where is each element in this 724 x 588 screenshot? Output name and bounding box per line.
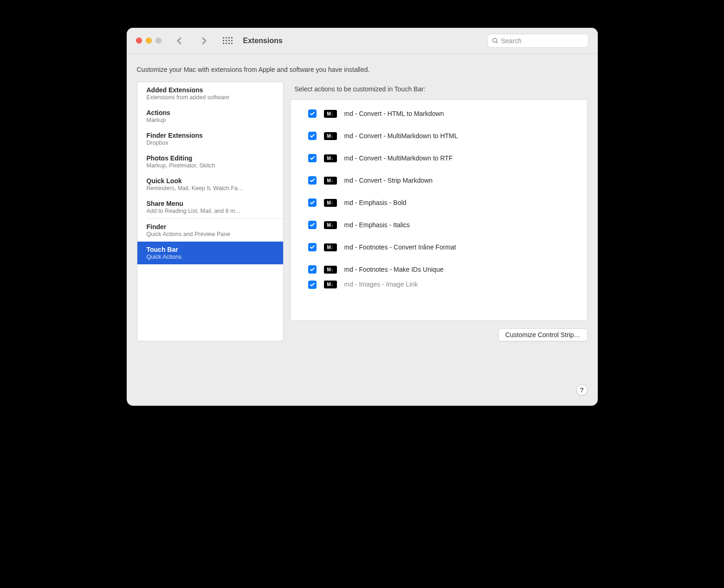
action-row[interactable]: M↓md - Emphasis - Bold [291, 192, 587, 214]
show-all-button[interactable] [223, 37, 233, 45]
sidebar-item-subtitle: Reminders, Mail, Keep It, Watch Fa… [147, 185, 274, 192]
sidebar-item-title: Touch Bar [147, 246, 274, 253]
checkbox[interactable] [308, 281, 317, 289]
sidebar-item-subtitle: Add to Reading List, Mail, and 8 m… [147, 208, 274, 214]
markdown-icon: M↓ [324, 243, 337, 251]
sidebar-item-title: Finder [147, 223, 274, 230]
sidebar-item-actions[interactable]: Actions Markup [137, 105, 283, 128]
sidebar-item-subtitle: Quick Actions [147, 254, 274, 260]
search-icon [491, 37, 498, 44]
sidebar-item-title: Photos Editing [147, 154, 274, 162]
checkbox[interactable] [308, 176, 317, 185]
action-label: md - Convert - MultiMarkdown to RTF [344, 154, 453, 162]
markdown-icon: M↓ [324, 110, 337, 118]
search-input[interactable] [501, 37, 584, 45]
sidebar-item-finder[interactable]: Finder Quick Actions and Preview Pane [137, 219, 283, 242]
checkbox[interactable] [308, 109, 317, 118]
nav-arrows [174, 35, 210, 46]
action-row[interactable]: M↓md - Convert - HTML to Markdown [291, 102, 587, 125]
sidebar-item-added-extensions[interactable]: Added Extensions Extensions from added s… [137, 82, 283, 105]
sidebar-item-subtitle: Quick Actions and Preview Pane [147, 231, 274, 237]
body: Added Extensions Extensions from added s… [127, 82, 598, 402]
sidebar-item-title: Quick Look [147, 177, 274, 185]
checkbox[interactable] [308, 221, 317, 229]
sidebar-item-finder-extensions[interactable]: Finder Extensions Dropbox [137, 128, 283, 150]
sidebar-item-title: Finder Extensions [147, 132, 274, 139]
sidebar-item-quick-look[interactable]: Quick Look Reminders, Mail, Keep It, Wat… [137, 173, 283, 196]
markdown-icon: M↓ [324, 266, 337, 274]
svg-point-0 [492, 38, 497, 43]
titlebar: Extensions [127, 28, 598, 54]
sidebar-item-photos-editing[interactable]: Photos Editing Markup, Pixelmator, Skitc… [137, 150, 283, 173]
markdown-icon: M↓ [324, 221, 337, 229]
sidebar-item-title: Added Extensions [147, 86, 274, 94]
minimize-button[interactable] [146, 38, 152, 44]
help-button[interactable]: ? [576, 384, 588, 396]
action-label: md - Convert - Strip Markdown [344, 177, 433, 184]
markdown-icon: M↓ [324, 154, 337, 162]
action-row[interactable]: M↓md - Convert - Strip Markdown [291, 169, 587, 192]
action-label: md - Convert - HTML to Markdown [344, 110, 444, 117]
search-wrap [487, 34, 588, 48]
action-label: md - Footnotes - Make IDs Unique [344, 266, 444, 273]
sidebar-item-subtitle: Extensions from added software [147, 94, 274, 101]
action-row[interactable]: M↓md - Footnotes - Convert Inline Format [291, 236, 587, 258]
footer-row: Customize Control Strip… [290, 328, 588, 341]
action-row[interactable]: M↓md - Footnotes - Make IDs Unique [291, 258, 587, 281]
customize-control-strip-button[interactable]: Customize Control Strip… [498, 328, 588, 341]
action-label: md - Emphasis - Bold [344, 199, 407, 206]
markdown-icon: M↓ [324, 132, 337, 140]
action-label: md - Convert - MultiMarkdown to HTML [344, 132, 458, 140]
checkbox[interactable] [308, 265, 317, 274]
actions-list[interactable]: M↓md - Convert - HTML to MarkdownM↓md - … [290, 99, 588, 321]
sidebar-item-title: Actions [147, 109, 274, 116]
intro-text: Customize your Mac with extensions from … [127, 54, 598, 82]
action-row[interactable]: M↓md - Emphasis - Italics [291, 214, 587, 236]
window-title: Extensions [243, 37, 283, 45]
close-button[interactable] [136, 38, 142, 44]
sidebar-item-title: Share Menu [147, 200, 274, 207]
markdown-icon: M↓ [324, 199, 337, 207]
sidebar-item-subtitle: Markup, Pixelmator, Skitch [147, 162, 274, 169]
zoom-button[interactable] [155, 38, 162, 44]
action-label: md - Footnotes - Convert Inline Format [344, 243, 456, 251]
forward-button[interactable] [199, 35, 210, 46]
markdown-icon: M↓ [324, 281, 337, 288]
checkbox[interactable] [308, 154, 317, 162]
action-row[interactable]: M↓md - Images - Image Link [291, 281, 587, 289]
main-panel: Select actions to be customized in Touch… [290, 82, 588, 341]
search-field[interactable] [487, 34, 588, 48]
main-header: Select actions to be customized in Touch… [290, 82, 588, 99]
markdown-icon: M↓ [324, 177, 337, 185]
back-button[interactable] [174, 35, 185, 46]
checkbox[interactable] [308, 132, 317, 140]
system-preferences-window: Extensions Customize your Mac with exten… [127, 28, 598, 406]
svg-line-1 [496, 42, 498, 43]
sidebar: Added Extensions Extensions from added s… [137, 82, 284, 341]
checkbox[interactable] [308, 198, 317, 207]
checkbox[interactable] [308, 243, 317, 251]
sidebar-item-subtitle: Markup [147, 117, 274, 123]
action-row[interactable]: M↓md - Convert - MultiMarkdown to RTF [291, 147, 587, 169]
sidebar-item-touch-bar[interactable]: Touch Bar Quick Actions [137, 242, 283, 264]
sidebar-item-subtitle: Dropbox [147, 140, 274, 146]
sidebar-item-share-menu[interactable]: Share Menu Add to Reading List, Mail, an… [137, 196, 283, 218]
action-row[interactable]: M↓md - Convert - MultiMarkdown to HTML [291, 125, 587, 147]
traffic-lights [136, 38, 162, 44]
action-label: md - Images - Image Link [344, 281, 418, 288]
action-label: md - Emphasis - Italics [344, 221, 410, 229]
